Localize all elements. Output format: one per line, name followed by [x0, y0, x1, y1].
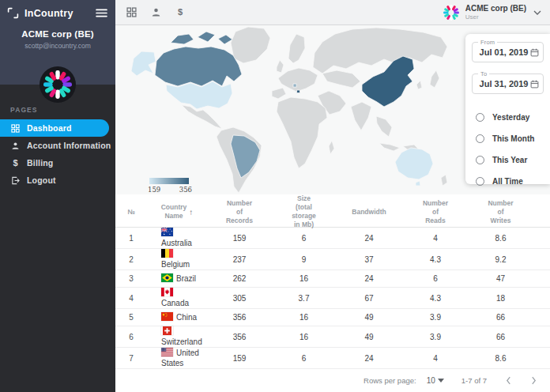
topbar-icons: $: [126, 7, 199, 18]
radio-label: All Time: [492, 177, 523, 186]
table-row-brazil[interactable]: 3Brazil2621624647: [115, 270, 550, 288]
date-from-label: From: [478, 39, 497, 46]
flag-be-icon: [161, 249, 173, 258]
date-from-value: Jul 01, 2019: [479, 47, 529, 57]
brand-row: InCountry: [0, 0, 115, 19]
sidebar-item-label: Billing: [27, 158, 53, 168]
cell-writes: 8.6: [469, 354, 533, 363]
select-caret-icon: [438, 379, 444, 383]
cell-bandwidth: 67: [336, 294, 402, 303]
next-page-button[interactable]: [528, 376, 539, 385]
radio-circle-icon[interactable]: [476, 113, 484, 122]
cell-row-number: 7: [115, 354, 147, 363]
cell-row-number: 4: [115, 294, 147, 303]
cell-bandwidth: 24: [336, 234, 402, 243]
radio-option-this-month[interactable]: This Month: [469, 128, 546, 149]
column-header-bandwidth: Bandwidth: [336, 194, 402, 229]
sidebar-item-account-information[interactable]: Account Information: [0, 137, 115, 154]
sidebar-item-label: Account Information: [27, 141, 111, 150]
table-row-united-states[interactable]: 7United States15962448.6: [115, 348, 550, 369]
map-country-switzerland[interactable]: [297, 90, 300, 93]
radio-circle-icon[interactable]: [476, 134, 484, 143]
flag-br-icon: [161, 273, 173, 282]
cell-reads: 3.9: [402, 313, 469, 322]
rows-per-page-label: Rows per page:: [364, 376, 416, 385]
cell-reads: 4: [402, 354, 469, 363]
date-to-field[interactable]: To Jul 31, 2019: [472, 74, 544, 94]
calendar-icon[interactable]: [530, 80, 539, 89]
radio-option-this-year[interactable]: This Year: [469, 149, 546, 171]
account-icon[interactable]: [150, 7, 161, 18]
cell-row-number: 6: [115, 333, 147, 341]
prev-page-button[interactable]: [503, 376, 514, 385]
radio-label: Yesterday: [492, 113, 529, 122]
cell-records: 356: [207, 313, 272, 322]
cell-bandwidth: 49: [336, 313, 402, 322]
calendar-icon[interactable]: [530, 48, 539, 57]
legend-max: 356: [179, 186, 192, 194]
cell-bandwidth: 37: [336, 255, 402, 264]
cell-writes: 18: [469, 294, 533, 303]
table-row-belgium[interactable]: 2Belgium2379374.39.2: [115, 249, 550, 270]
cell-size: 16: [272, 333, 336, 341]
dashboard-grid-icon[interactable]: [126, 7, 137, 18]
date-from-field[interactable]: From Jul 01, 2019: [472, 42, 544, 62]
cell-country-name: Belgium: [147, 249, 207, 270]
column-header-number-of-records: Number of Records: [207, 194, 272, 229]
table-row-australia[interactable]: 1 Australia15962448.6: [115, 228, 550, 249]
incountry-dashboard: InCountry ACME corp (BE) scottp@incountr…: [0, 0, 550, 392]
cell-size: 16: [272, 274, 336, 283]
flag-ca-icon: [161, 288, 173, 296]
chevron-down-icon[interactable]: [533, 10, 541, 15]
cell-bandwidth: 24: [336, 274, 402, 283]
sidebar-item-label: Logout: [27, 175, 56, 185]
date-range-options: YesterdayThis MonthThis YearAll Time: [469, 107, 546, 192]
column-header-country-name[interactable]: Country Name↑: [147, 194, 207, 229]
menu-toggle-icon[interactable]: [96, 9, 107, 17]
cell-writes: 47: [469, 274, 533, 283]
user-menu[interactable]: ACME corp (BE) User: [443, 4, 544, 21]
person-icon: [11, 141, 20, 150]
sidebar-item-logout[interactable]: Logout: [0, 172, 115, 189]
table-row-canada[interactable]: 4 Canada3053.7674.318: [115, 288, 550, 309]
flag-us-icon: [161, 348, 173, 356]
table-body: 1 Australia15962448.62Belgium2379374.39.…: [115, 228, 550, 369]
cell-country-name: Canada: [147, 288, 207, 308]
grid-icon: [11, 124, 20, 133]
radio-option-all-time[interactable]: All Time: [469, 171, 546, 192]
cell-writes: 9.2: [469, 255, 533, 264]
radio-circle-icon[interactable]: [476, 177, 484, 186]
column-header-number-of-reads: Number of Reads: [402, 194, 469, 229]
radio-label: This Month: [492, 134, 534, 143]
sort-ascending-icon[interactable]: ↑: [189, 207, 193, 217]
date-to-value: Jul 31, 2019: [479, 79, 529, 89]
sidebar-item-dashboard[interactable]: Dashboard: [0, 119, 109, 137]
radio-circle-icon[interactable]: [476, 156, 484, 164]
column-header-size-total-storage-in-mb: Size (total storage in Mb): [272, 194, 336, 229]
billing-icon[interactable]: $: [175, 7, 186, 18]
topbar: $ ACME corp (BE) User: [115, 0, 550, 25]
cell-row-number: 2: [115, 255, 147, 264]
sidebar-item-billing[interactable]: $Billing: [0, 154, 115, 172]
sidebar-item-label: Dashboard: [27, 123, 72, 133]
cell-reads: 4.3: [402, 255, 469, 264]
radio-option-yesterday[interactable]: Yesterday: [469, 107, 546, 128]
pages-section-label: PAGES: [10, 106, 115, 114]
main-content: 159 356 From Jul 01, 2019 To: [115, 25, 550, 392]
cell-country-name: United States: [147, 348, 207, 368]
cell-size: 6: [272, 354, 336, 363]
table-row-switzerland[interactable]: 6Switzerland35616493.966: [115, 326, 550, 348]
rows-per-page-select[interactable]: 10: [427, 376, 444, 385]
cell-size: 6: [272, 234, 336, 243]
cell-records: 159: [207, 234, 272, 243]
rows-per-page-value: 10: [427, 376, 435, 385]
date-filter-card: From Jul 01, 2019 To Jul 31, 2019: [465, 34, 550, 184]
map-country-belgium[interactable]: [293, 84, 296, 87]
cell-reads: 3.9: [402, 333, 469, 341]
table-row-china[interactable]: 5 China35616493.966: [115, 309, 550, 326]
map-legend: 159 356: [148, 178, 192, 194]
cell-country-name: Australia: [147, 228, 207, 248]
legend-gradient: [149, 178, 189, 184]
cell-records: 305: [207, 294, 272, 303]
cell-country-name: China: [147, 312, 207, 322]
